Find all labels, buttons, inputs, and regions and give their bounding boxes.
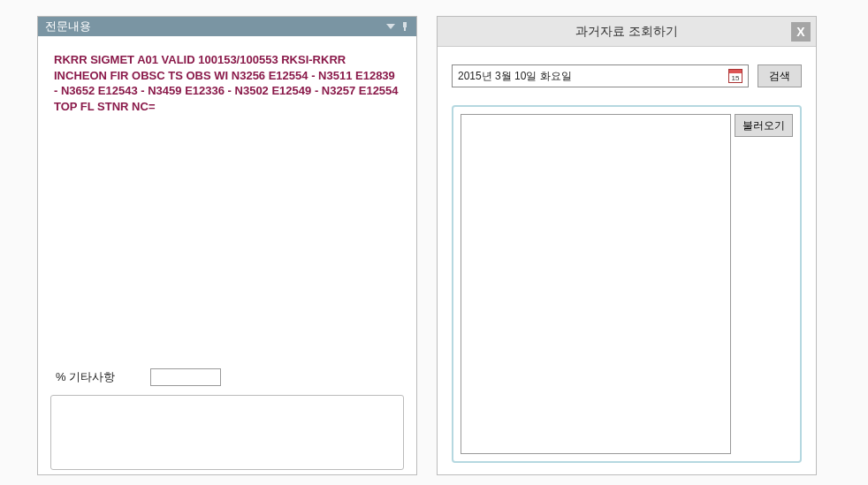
extra-row: % 기타사항 [38, 363, 416, 395]
message-content-panel: 전문내용 RKRR SIGMET A01 VALID 100153/100553… [37, 16, 417, 475]
dialog-titlebar: 과거자료 조회하기 X [438, 17, 816, 47]
dialog-title: 과거자료 조회하기 [575, 24, 678, 40]
close-button[interactable]: X [791, 22, 811, 42]
extra-textarea[interactable] [50, 395, 404, 470]
close-icon: X [796, 25, 804, 39]
pin-icon[interactable] [400, 22, 409, 31]
load-button[interactable]: 불러오기 [735, 114, 793, 137]
extra-label: % 기타사항 [56, 369, 115, 385]
date-picker-field[interactable]: 2015년 3월 10일 화요일 15 [452, 64, 749, 87]
search-button[interactable]: 검색 [758, 64, 802, 87]
extra-input[interactable] [150, 368, 221, 386]
calendar-day-number: 15 [729, 73, 742, 83]
calendar-icon[interactable]: 15 [728, 69, 742, 83]
result-listbox[interactable] [461, 114, 731, 454]
panel-title: 전문내용 [45, 19, 386, 34]
date-text: 2015년 3월 10일 화요일 [458, 69, 572, 84]
panel-titlebar: 전문내용 [38, 17, 416, 36]
history-query-dialog: 과거자료 조회하기 X 2015년 3월 10일 화요일 15 검색 불러오기 [437, 16, 817, 475]
sigmet-message-text: RKRR SIGMET A01 VALID 100153/100553 RKSI… [38, 36, 416, 363]
dropdown-icon[interactable] [386, 24, 395, 29]
result-frame: 불러오기 [452, 105, 802, 463]
search-row: 2015년 3월 10일 화요일 15 검색 [438, 47, 816, 95]
